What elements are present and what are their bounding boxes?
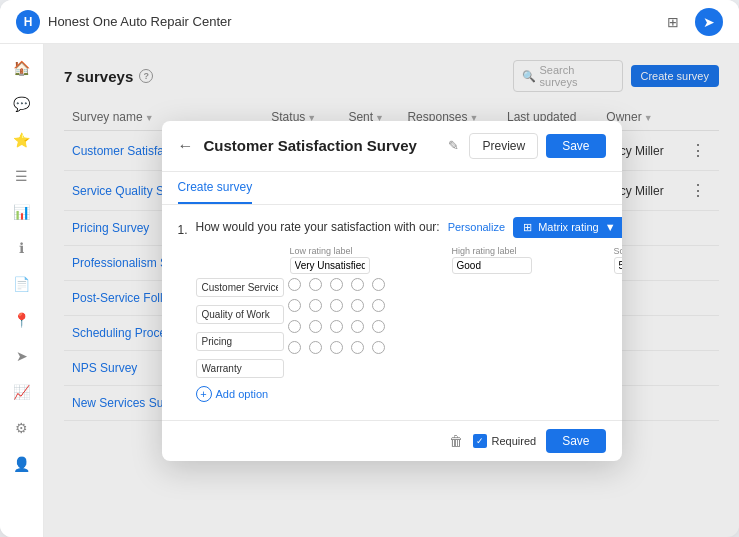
question-input-area: How would you rate your satisfaction wit…: [196, 217, 622, 402]
sidebar-chat-icon[interactable]: 💬: [6, 88, 38, 120]
radio-circle[interactable]: [309, 341, 322, 354]
radio-col: [309, 278, 322, 354]
radio-col: [372, 278, 385, 354]
footer-save-button[interactable]: Save: [546, 429, 605, 453]
app-logo: H: [16, 10, 40, 34]
sidebar-chart-icon[interactable]: 📊: [6, 196, 38, 228]
question-text: How would you rate your satisfaction wit…: [196, 220, 440, 234]
scale-col: Scale: [614, 246, 622, 274]
grid-icon[interactable]: ⊞: [659, 8, 687, 36]
modal-actions: Preview Save: [469, 133, 605, 159]
radio-circle[interactable]: [351, 278, 364, 291]
sidebar-home-icon[interactable]: 🏠: [6, 52, 38, 84]
add-circle-icon: +: [196, 386, 212, 402]
modal-edit-icon[interactable]: ✎: [448, 138, 459, 153]
main-layout: 🏠 💬 ⭐ ☰ 📊 ℹ 📄 📍 ➤ 📈 ⚙ 👤 7 surveys ?: [0, 44, 739, 537]
required-checkbox[interactable]: ✓ Required: [473, 434, 537, 448]
survey-editor-modal: ← Customer Satisfaction Survey ✎ Preview…: [162, 121, 622, 461]
question-number: 1.: [178, 217, 188, 237]
radio-circle[interactable]: [372, 341, 385, 354]
required-label: Required: [492, 435, 537, 447]
radio-circle[interactable]: [351, 299, 364, 312]
radio-circle[interactable]: [351, 341, 364, 354]
modal-save-button[interactable]: Save: [546, 134, 605, 158]
sidebar-doc-icon[interactable]: 📄: [6, 268, 38, 300]
sidebar-location-icon[interactable]: 📍: [6, 304, 38, 336]
matrix-grid: Low rating label High rating label: [196, 246, 622, 402]
sidebar-info-icon[interactable]: ℹ: [6, 232, 38, 264]
matrix-labels-row: Low rating label High rating label: [196, 246, 622, 274]
add-option-row[interactable]: + Add option: [196, 386, 622, 402]
radio-circle[interactable]: [288, 299, 301, 312]
matrix-icon: ⊞: [523, 221, 532, 234]
radio-circle[interactable]: [372, 278, 385, 291]
row-label-input[interactable]: [196, 359, 284, 378]
matrix-body: ✕✕✕✕: [196, 278, 622, 378]
tab-create-survey[interactable]: Create survey: [178, 172, 253, 204]
radio-circle[interactable]: [288, 278, 301, 291]
question-row: 1. How would you rate your satisfaction …: [178, 217, 606, 402]
high-rating-col: High rating label: [452, 246, 610, 274]
sidebar-settings-icon[interactable]: ⚙: [6, 412, 38, 444]
topbar-icons: ⊞ ➤: [659, 8, 723, 36]
radio-circle[interactable]: [309, 278, 322, 291]
question-text-row: How would you rate your satisfaction wit…: [196, 217, 622, 238]
low-rating-input[interactable]: [290, 257, 370, 274]
delete-question-icon[interactable]: 🗑: [449, 433, 463, 449]
row-label-input[interactable]: [196, 278, 284, 297]
modal-overlay: ← Customer Satisfaction Survey ✎ Preview…: [44, 44, 739, 537]
row-labels: [196, 278, 284, 378]
radio-circle[interactable]: [351, 320, 364, 333]
sidebar-nav: 🏠 💬 ⭐ ☰ 📊 ℹ 📄 📍 ➤ 📈 ⚙ 👤: [0, 44, 44, 537]
content-area: 7 surveys ? 🔍 Search surveys Create surv…: [44, 44, 739, 537]
radio-circle[interactable]: [372, 299, 385, 312]
sidebar-star-icon[interactable]: ⭐: [6, 124, 38, 156]
modal-body: 1. How would you rate your satisfaction …: [162, 205, 622, 420]
radio-circle[interactable]: [330, 299, 343, 312]
top-bar: H Honest One Auto Repair Center ⊞ ➤: [0, 0, 739, 44]
high-rating-title: High rating label: [452, 246, 610, 256]
radio-circle[interactable]: [330, 341, 343, 354]
sidebar-user-icon[interactable]: 👤: [6, 448, 38, 480]
modal-footer: 🗑 ✓ Required Save: [162, 420, 622, 461]
modal-title: Customer Satisfaction Survey: [204, 137, 439, 154]
scale-input[interactable]: [614, 257, 622, 274]
radio-col: [351, 278, 364, 354]
radio-circle[interactable]: [330, 320, 343, 333]
question-type-label: Matrix rating: [538, 221, 599, 233]
preview-button[interactable]: Preview: [469, 133, 538, 159]
radio-circle[interactable]: [288, 320, 301, 333]
sidebar-analytics-icon[interactable]: 📈: [6, 376, 38, 408]
radio-cols: [288, 278, 622, 354]
low-rating-title: Low rating label: [290, 246, 448, 256]
low-rating-col: Low rating label: [290, 246, 448, 274]
radio-circle[interactable]: [309, 320, 322, 333]
app-title: Honest One Auto Repair Center: [48, 14, 651, 29]
sidebar-send-icon[interactable]: ➤: [6, 340, 38, 372]
modal-tabs: Create survey: [162, 172, 622, 205]
send-icon[interactable]: ➤: [695, 8, 723, 36]
required-checkbox-input[interactable]: ✓: [473, 434, 487, 448]
high-rating-input[interactable]: [452, 257, 532, 274]
radio-circle[interactable]: [288, 341, 301, 354]
personalize-button[interactable]: Personalize: [448, 221, 505, 233]
radio-circle[interactable]: [309, 299, 322, 312]
radio-col: [288, 278, 301, 354]
row-label-input[interactable]: [196, 305, 284, 324]
row-label-input[interactable]: [196, 332, 284, 351]
radio-circle[interactable]: [330, 278, 343, 291]
add-option-label: Add option: [216, 388, 269, 400]
modal-back-button[interactable]: ←: [178, 137, 194, 155]
scale-title: Scale: [614, 246, 622, 256]
modal-header: ← Customer Satisfaction Survey ✎ Preview…: [162, 121, 622, 172]
question-type-select[interactable]: ⊞ Matrix rating ▼: [513, 217, 621, 238]
radio-circle[interactable]: [372, 320, 385, 333]
radio-col: [330, 278, 343, 354]
chevron-down-icon: ▼: [605, 221, 616, 233]
sidebar-list-icon[interactable]: ☰: [6, 160, 38, 192]
